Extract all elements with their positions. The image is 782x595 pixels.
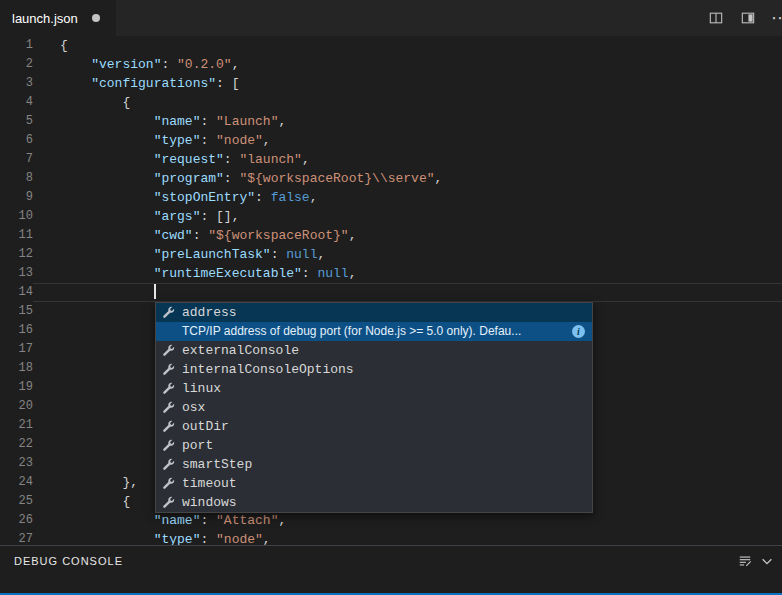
editor-tab-bar: launch.json ⋯	[0, 0, 782, 36]
line-content[interactable]	[33, 283, 782, 302]
wrench-icon	[160, 495, 177, 511]
vscode-window: launch.json ⋯ 1{2 "version": "0.2.0",3 "…	[0, 0, 782, 595]
suggest-item-osx[interactable]: osx	[156, 398, 592, 417]
line-content[interactable]: "type": "node",	[33, 131, 782, 150]
suggest-item-label: address	[182, 305, 237, 320]
suggest-item-label: smartStep	[182, 457, 252, 472]
suggest-item-outDir[interactable]: outDir	[156, 417, 592, 436]
suggest-item-label: externalConsole	[182, 343, 299, 358]
line-content[interactable]: "type": "node",	[33, 530, 782, 545]
line-content[interactable]: "name": "Launch",	[33, 112, 782, 131]
toggle-layout-icon[interactable]	[732, 0, 764, 36]
wrench-icon	[160, 457, 177, 473]
suggest-item-label: windows	[182, 495, 237, 510]
editor-actions: ⋯	[700, 0, 782, 36]
suggest-item-externalConsole[interactable]: externalConsole	[156, 341, 592, 360]
line-number: 22	[0, 435, 33, 454]
suggest-docs-text: TCP/IP address of debug port (for Node.j…	[182, 324, 521, 338]
line-number: 26	[0, 511, 33, 530]
line-number: 7	[0, 150, 33, 169]
suggest-item-address[interactable]: address	[156, 303, 592, 322]
suggest-docs: TCP/IP address of debug port (for Node.j…	[156, 322, 592, 341]
line-number: 18	[0, 359, 33, 378]
wrench-icon	[160, 419, 177, 435]
line-number: 2	[0, 55, 33, 74]
suggest-item-linux[interactable]: linux	[156, 379, 592, 398]
suggest-item-label: outDir	[182, 419, 229, 434]
code-line[interactable]: 7 "request": "launch",	[0, 150, 782, 169]
line-content[interactable]: "preLaunchTask": null,	[33, 245, 782, 264]
clear-console-icon[interactable]	[738, 551, 752, 571]
line-number: 20	[0, 397, 33, 416]
code-line[interactable]: 14	[0, 283, 782, 302]
panel-title-debug-console[interactable]: DEBUG CONSOLE	[14, 555, 123, 567]
suggest-item-label: internalConsoleOptions	[182, 362, 354, 377]
code-line[interactable]: 9 "stopOnEntry": false,	[0, 188, 782, 207]
line-content[interactable]: "cwd": "${workspaceRoot}",	[33, 226, 782, 245]
line-number: 3	[0, 74, 33, 93]
line-content[interactable]: {	[33, 93, 782, 112]
debug-console-panel: DEBUG CONSOLE	[0, 545, 782, 595]
code-line[interactable]: 27 "type": "node",	[0, 530, 782, 545]
suggest-item-windows[interactable]: windows	[156, 493, 592, 512]
suggest-widget: addressTCP/IP address of debug port (for…	[155, 302, 593, 513]
line-number: 15	[0, 302, 33, 321]
line-content[interactable]: "version": "0.2.0",	[33, 55, 782, 74]
code-line[interactable]: 1{	[0, 36, 782, 55]
info-icon[interactable]: i	[572, 325, 585, 338]
more-actions-icon[interactable]: ⋯	[764, 0, 782, 36]
wrench-icon	[160, 476, 177, 492]
code-line[interactable]: 8 "program": "${workspaceRoot}\\serve",	[0, 169, 782, 188]
split-editor-icon[interactable]	[700, 0, 732, 36]
tab-title: launch.json	[12, 11, 78, 26]
code-line[interactable]: 26 "name": "Attach",	[0, 511, 782, 530]
code-line[interactable]: 10 "args": [],	[0, 207, 782, 226]
editor[interactable]: 1{2 "version": "0.2.0",3 "configurations…	[0, 36, 782, 545]
code-line[interactable]: 3 "configurations": [	[0, 74, 782, 93]
line-number: 1	[0, 36, 33, 55]
line-number: 25	[0, 492, 33, 511]
line-number: 23	[0, 454, 33, 473]
suggest-item-label: osx	[182, 400, 205, 415]
suggest-item-smartStep[interactable]: smartStep	[156, 455, 592, 474]
code-line[interactable]: 2 "version": "0.2.0",	[0, 55, 782, 74]
suggest-item-label: port	[182, 438, 213, 453]
suggest-item-label: linux	[182, 381, 221, 396]
line-content[interactable]: "program": "${workspaceRoot}\\serve",	[33, 169, 782, 188]
line-content[interactable]: {	[33, 36, 782, 55]
line-number: 24	[0, 473, 33, 492]
text-cursor	[154, 284, 156, 299]
tab-launch-json[interactable]: launch.json	[0, 0, 116, 36]
line-content[interactable]: "name": "Attach",	[33, 511, 782, 530]
code-line[interactable]: 13 "runtimeExecutable": null,	[0, 264, 782, 283]
line-content[interactable]: "args": [],	[33, 207, 782, 226]
suggest-item-label: timeout	[182, 476, 237, 491]
line-number: 12	[0, 245, 33, 264]
line-content[interactable]: "configurations": [	[33, 74, 782, 93]
wrench-icon	[160, 305, 177, 321]
suggest-item-timeout[interactable]: timeout	[156, 474, 592, 493]
code-line[interactable]: 4 {	[0, 93, 782, 112]
line-number: 4	[0, 93, 33, 112]
suggest-item-internalConsoleOptions[interactable]: internalConsoleOptions	[156, 360, 592, 379]
chevron-down-icon[interactable]	[760, 551, 774, 571]
line-number: 11	[0, 226, 33, 245]
wrench-icon	[160, 362, 177, 378]
code-line[interactable]: 12 "preLaunchTask": null,	[0, 245, 782, 264]
line-content[interactable]: "stopOnEntry": false,	[33, 188, 782, 207]
line-number: 10	[0, 207, 33, 226]
code-line[interactable]: 5 "name": "Launch",	[0, 112, 782, 131]
line-number: 16	[0, 321, 33, 340]
line-number: 6	[0, 131, 33, 150]
wrench-icon	[160, 400, 177, 416]
modified-indicator-dot[interactable]	[92, 14, 100, 22]
code-line[interactable]: 11 "cwd": "${workspaceRoot}",	[0, 226, 782, 245]
panel-actions	[738, 551, 774, 571]
wrench-icon	[160, 381, 177, 397]
line-number: 8	[0, 169, 33, 188]
suggest-item-port[interactable]: port	[156, 436, 592, 455]
wrench-icon	[160, 438, 177, 454]
line-content[interactable]: "request": "launch",	[33, 150, 782, 169]
code-line[interactable]: 6 "type": "node",	[0, 131, 782, 150]
line-content[interactable]: "runtimeExecutable": null,	[33, 264, 782, 283]
